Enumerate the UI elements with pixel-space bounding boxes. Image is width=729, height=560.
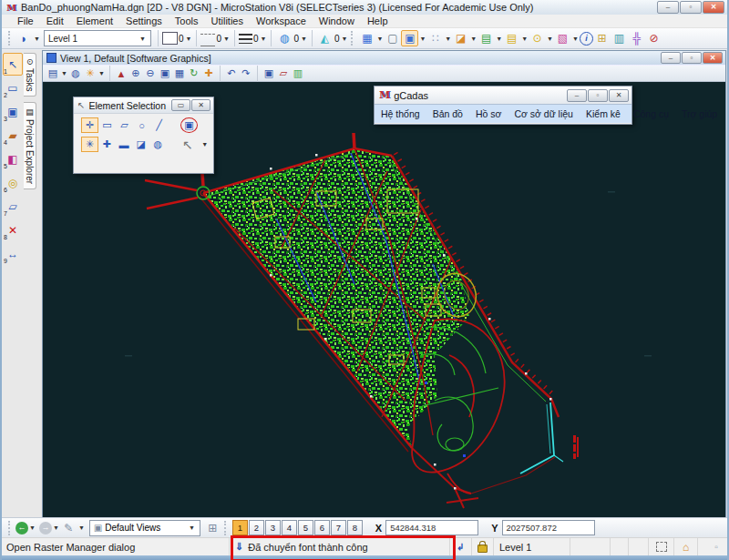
x-coordinate-input[interactable]: 542844.318 <box>385 520 478 535</box>
gcadas-menu-item[interactable]: Kiểm kê <box>580 108 627 119</box>
active-level-dropdown[interactable]: Level 1 ▼ <box>44 30 151 46</box>
disable-handles-icon[interactable]: ▣ <box>180 117 198 133</box>
gcadas-menu-item[interactable]: Hồ sơ <box>469 108 508 119</box>
dialog-indicator[interactable]: ▫ <box>705 538 727 555</box>
element-selection-title-bar[interactable]: ↖ Element Selection ▭ ✕ <box>74 97 213 114</box>
view-group-dropdown[interactable]: ▣ Default Views ▼ <box>89 520 200 536</box>
sidebar-tab-tasks[interactable]: ⊙Tasks <box>24 53 36 97</box>
forward-dropdown-icon[interactable]: ▼ <box>53 524 59 531</box>
element-class-globe-icon[interactable]: ◍ <box>275 30 293 46</box>
new-design-icon[interactable]: ▢ <box>384 30 401 46</box>
move-copy-tool[interactable]: ▣3 <box>3 100 23 123</box>
toolbar-grip[interactable] <box>8 31 13 46</box>
view-toggle-5[interactable]: 5 <box>298 520 313 535</box>
explorer-icon[interactable]: ⊞ <box>593 30 611 46</box>
fence-tool[interactable]: ▭2 <box>3 76 23 99</box>
models-icon[interactable]: ▦ <box>358 30 375 46</box>
line-style-icon[interactable] <box>200 34 215 46</box>
delete-element-tool[interactable]: ✕8 <box>3 219 23 241</box>
view-properties-icon[interactable]: ▥ <box>291 66 305 80</box>
menu-item-help[interactable]: Help <box>361 15 395 26</box>
workmode-indicator[interactable]: ⌂ <box>674 538 698 555</box>
menu-item-edit[interactable]: Edit <box>40 15 70 26</box>
point-clouds-icon[interactable]: ∷ <box>426 30 444 46</box>
subtract-mode-icon[interactable]: ▬ <box>116 137 133 152</box>
toolbar-grip[interactable] <box>8 521 13 535</box>
menu-item-tools[interactable]: Tools <box>169 15 205 26</box>
active-element-template-icon[interactable]: ◗ <box>15 30 33 46</box>
dialog-close-button[interactable]: ✕ <box>191 99 210 111</box>
line-weight-icon[interactable] <box>239 34 252 44</box>
raster-manager-icon-dropdown[interactable]: ▼ <box>470 36 477 42</box>
select-all-icon[interactable]: ◍ <box>149 137 167 152</box>
groups-tool[interactable]: ▱7 <box>3 195 23 218</box>
markups-icon-dropdown[interactable]: ▼ <box>572 36 579 42</box>
acs-icon[interactable]: ╬ <box>628 30 645 46</box>
gcadas-menu-item[interactable]: Cơ sở dữ liệu <box>508 108 580 119</box>
level-manager-icon-dropdown[interactable]: ▼ <box>521 36 528 42</box>
block-method-icon[interactable]: ▭ <box>98 117 116 133</box>
gcadas-close-button[interactable]: ✕ <box>609 89 629 102</box>
raster-manager-icon[interactable]: ◪ <box>452 30 469 46</box>
y-coordinate-input[interactable]: 2027507.872 <box>502 520 595 535</box>
back-dropdown-icon[interactable]: ▼ <box>29 524 36 531</box>
copy-view-icon[interactable]: ▣ <box>262 66 276 80</box>
view-tool-dropdown-icon[interactable]: ▼ <box>78 524 85 531</box>
transparency-dropdown-icon[interactable]: ▼ <box>342 36 348 42</box>
dialog-rollup-button[interactable]: ▭ <box>171 99 190 111</box>
view-toggle-8[interactable]: 8 <box>347 520 363 535</box>
snap-mode-indicator[interactable]: ↲ <box>450 538 472 555</box>
references-icon-dropdown[interactable]: ▼ <box>496 36 502 42</box>
active-level-indicator[interactable]: Level 1 <box>494 538 570 555</box>
minimize-button[interactable]: – <box>657 1 679 14</box>
fit-view-icon[interactable]: ▦ <box>172 66 187 80</box>
menu-item-element[interactable]: Element <box>70 15 119 26</box>
gcadas-menu-item[interactable]: Bản đồ <box>426 108 469 119</box>
level-manager-icon[interactable]: ▤ <box>503 30 520 46</box>
adjust-brightness-icon-dropdown[interactable]: ▼ <box>98 70 105 76</box>
view-groups-icon[interactable]: ▣ <box>401 30 418 46</box>
style-dropdown-icon[interactable]: ▼ <box>223 36 230 42</box>
view-groups-icon-dropdown[interactable]: ▼ <box>419 36 426 42</box>
zoom-in-icon[interactable]: ⊕ <box>128 66 143 80</box>
key-in-icon[interactable]: ▥ <box>611 30 628 46</box>
template-dropdown-icon[interactable]: ▼ <box>34 36 40 42</box>
color-dropdown-icon[interactable]: ▼ <box>186 36 192 42</box>
view-toggle-6[interactable]: 6 <box>314 520 330 535</box>
view-next-icon[interactable]: ↷ <box>239 66 253 80</box>
zoom-out-icon[interactable]: ⊖ <box>143 66 158 80</box>
manage-view-groups-icon[interactable]: ⊞ <box>204 520 221 536</box>
transparency-icon[interactable]: ◭ <box>316 30 334 46</box>
gcadas-menu-item[interactable]: Trợ giúp <box>675 108 724 119</box>
view-minimize-button[interactable]: – <box>661 52 681 64</box>
active-view-tool-icon[interactable]: ✎ <box>60 520 77 536</box>
view-toggle-2[interactable]: 2 <box>249 520 264 535</box>
selection-set-indicator[interactable] <box>649 538 674 555</box>
point-clouds-icon-dropdown[interactable]: ▼ <box>445 36 451 42</box>
expand-dialog-icon[interactable]: ▼ <box>196 137 213 152</box>
individual-method-icon[interactable]: ✛ <box>81 117 98 133</box>
map-canvas[interactable]: ↖ Element Selection ▭ ✕ ✛▭▱○╱▣ ✳✚▬◪◍↖▼ M <box>43 82 725 518</box>
gcadas-title-bar[interactable]: M gCadas – ▫ ✕ <box>375 87 631 104</box>
gcadas-menu-item[interactable]: Hệ thống <box>375 108 426 119</box>
modify-element-tool[interactable]: ◧5 <box>3 148 23 170</box>
menu-item-file[interactable]: File <box>11 15 40 26</box>
drop-element-tool[interactable]: ◎6 <box>3 171 23 194</box>
view-attributes-icon[interactable]: ▲ <box>114 66 128 80</box>
new-mode-icon[interactable]: ✳ <box>81 137 98 152</box>
references-icon[interactable]: ▤ <box>477 30 495 46</box>
models-icon-dropdown[interactable]: ▼ <box>376 36 383 42</box>
class-dropdown-icon[interactable]: ▼ <box>301 36 307 42</box>
shape-method-icon[interactable]: ▱ <box>116 117 133 133</box>
cursor-icon[interactable]: ↖ <box>180 137 197 152</box>
window-area-icon[interactable]: ▣ <box>158 66 172 80</box>
presentation-icon[interactable]: ◍ <box>68 66 83 80</box>
status-message[interactable]: ⇓ Đã chuyển font thành công <box>230 538 450 555</box>
gcadas-menu-item[interactable]: Công cụ <box>627 108 675 119</box>
menu-item-utilities[interactable]: Utilities <box>205 15 250 26</box>
adjust-brightness-icon[interactable]: ✳ <box>83 66 98 80</box>
pan-view-icon[interactable]: ✚ <box>201 66 216 80</box>
view-display-mode-icon-dropdown[interactable]: ▼ <box>61 70 67 76</box>
clear-selection-icon[interactable]: ⊘ <box>645 30 662 46</box>
rotate-view-icon[interactable]: ↻ <box>187 66 201 80</box>
